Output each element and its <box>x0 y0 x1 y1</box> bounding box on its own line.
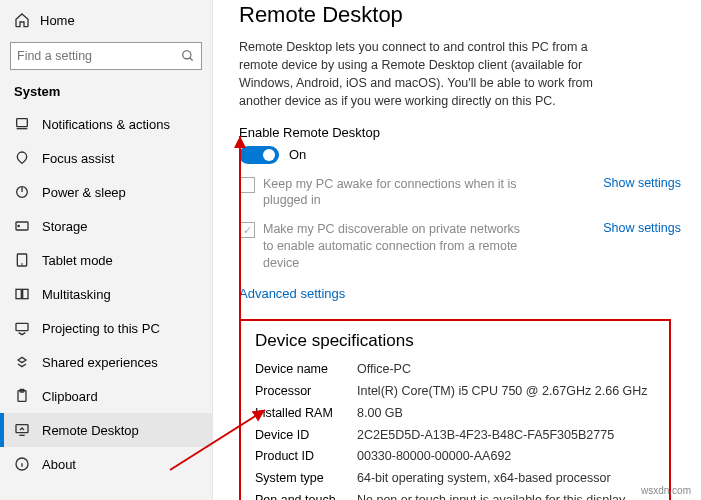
sidebar-item-label: Clipboard <box>42 389 98 404</box>
home-icon <box>14 12 30 28</box>
sidebar-item-notifications[interactable]: Notifications & actions <box>0 107 212 141</box>
sidebar-item-power-sleep[interactable]: Power & sleep <box>0 175 212 209</box>
spec-key: Installed RAM <box>255 405 357 422</box>
tablet-icon <box>14 252 30 268</box>
device-specifications-heading: Device specifications <box>255 331 655 351</box>
svg-line-1 <box>190 58 193 61</box>
sidebar-item-label: Remote Desktop <box>42 423 139 438</box>
clipboard-icon <box>14 388 30 404</box>
spec-value: 00330-80000-00000-AA692 <box>357 448 655 465</box>
discoverable-label: Make my PC discoverable on private netwo… <box>263 221 523 272</box>
spec-key: Pen and touch <box>255 492 357 500</box>
sidebar-item-focus-assist[interactable]: Focus assist <box>0 141 212 175</box>
sidebar: Home System Notifications & actions Focu… <box>0 0 213 500</box>
sidebar-item-label: Storage <box>42 219 88 234</box>
svg-rect-12 <box>16 323 28 330</box>
main-content: Remote Desktop Remote Desktop lets you c… <box>213 0 701 500</box>
search-input-container[interactable] <box>10 42 202 70</box>
sidebar-item-label: Multitasking <box>42 287 111 302</box>
spec-key: System type <box>255 470 357 487</box>
sidebar-item-multitasking[interactable]: Multitasking <box>0 277 212 311</box>
spec-row: Device nameOffice-PC <box>255 361 655 378</box>
device-specifications-panel: Device specifications Device nameOffice-… <box>239 319 671 500</box>
page-title: Remote Desktop <box>239 2 681 28</box>
nav-home[interactable]: Home <box>0 6 212 34</box>
sidebar-item-projecting[interactable]: Projecting to this PC <box>0 311 212 345</box>
nav-home-label: Home <box>40 13 75 28</box>
storage-icon <box>14 218 30 234</box>
search-icon <box>181 49 195 63</box>
discoverable-checkbox[interactable]: ✓ <box>239 222 255 238</box>
svg-point-0 <box>183 51 191 59</box>
sidebar-item-label: Notifications & actions <box>42 117 170 132</box>
sidebar-item-label: Shared experiences <box>42 355 158 370</box>
search-input[interactable] <box>17 49 181 63</box>
spec-value: 2C2E5D5D-A13B-4F23-B48C-FA5F305B2775 <box>357 427 655 444</box>
spec-value: Intel(R) Core(TM) i5 CPU 750 @ 2.67GHz 2… <box>357 383 655 400</box>
spec-row: System type64-bit operating system, x64-… <box>255 470 655 487</box>
svg-rect-11 <box>23 289 28 298</box>
projecting-icon <box>14 320 30 336</box>
spec-key: Device ID <box>255 427 357 444</box>
sidebar-item-remote-desktop[interactable]: Remote Desktop <box>0 413 212 447</box>
watermark: wsxdn.com <box>641 485 691 496</box>
page-description: Remote Desktop lets you connect to and c… <box>239 38 619 111</box>
about-icon <box>14 456 30 472</box>
sidebar-item-label: Projecting to this PC <box>42 321 160 336</box>
power-icon <box>14 184 30 200</box>
spec-key: Processor <box>255 383 357 400</box>
svg-rect-2 <box>17 119 28 127</box>
spec-row: ProcessorIntel(R) Core(TM) i5 CPU 750 @ … <box>255 383 655 400</box>
sidebar-category: System <box>0 80 212 107</box>
sidebar-item-shared-experiences[interactable]: Shared experiences <box>0 345 212 379</box>
spec-value: No pen or touch input is available for t… <box>357 492 655 500</box>
remote-desktop-icon <box>14 422 30 438</box>
keep-awake-checkbox[interactable] <box>239 177 255 193</box>
sidebar-item-clipboard[interactable]: Clipboard <box>0 379 212 413</box>
keep-awake-show-settings-link[interactable]: Show settings <box>585 176 681 190</box>
notifications-icon <box>14 116 30 132</box>
spec-value: 64-bit operating system, x64-based proce… <box>357 470 655 487</box>
sidebar-item-tablet-mode[interactable]: Tablet mode <box>0 243 212 277</box>
spec-value: 8.00 GB <box>357 405 655 422</box>
enable-remote-desktop-toggle[interactable] <box>239 146 279 164</box>
focus-assist-icon <box>14 150 30 166</box>
toggle-state-label: On <box>289 147 306 162</box>
sidebar-item-about[interactable]: About <box>0 447 212 481</box>
sidebar-item-storage[interactable]: Storage <box>0 209 212 243</box>
sidebar-item-label: About <box>42 457 76 472</box>
shared-icon <box>14 354 30 370</box>
discoverable-show-settings-link[interactable]: Show settings <box>585 221 681 235</box>
sidebar-item-label: Power & sleep <box>42 185 126 200</box>
multitasking-icon <box>14 286 30 302</box>
advanced-settings-link[interactable]: Advanced settings <box>239 286 345 301</box>
sidebar-item-label: Tablet mode <box>42 253 113 268</box>
keep-awake-label: Keep my PC awake for connections when it… <box>263 176 523 210</box>
spec-row: Installed RAM8.00 GB <box>255 405 655 422</box>
svg-point-7 <box>18 225 19 226</box>
spec-row: Pen and touchNo pen or touch input is av… <box>255 492 655 500</box>
spec-row: Product ID00330-80000-00000-AA692 <box>255 448 655 465</box>
spec-row: Device ID2C2E5D5D-A13B-4F23-B48C-FA5F305… <box>255 427 655 444</box>
svg-rect-10 <box>16 289 21 298</box>
spec-key: Product ID <box>255 448 357 465</box>
spec-value: Office-PC <box>357 361 655 378</box>
sidebar-item-label: Focus assist <box>42 151 114 166</box>
spec-key: Device name <box>255 361 357 378</box>
enable-remote-desktop-label: Enable Remote Desktop <box>239 125 681 140</box>
